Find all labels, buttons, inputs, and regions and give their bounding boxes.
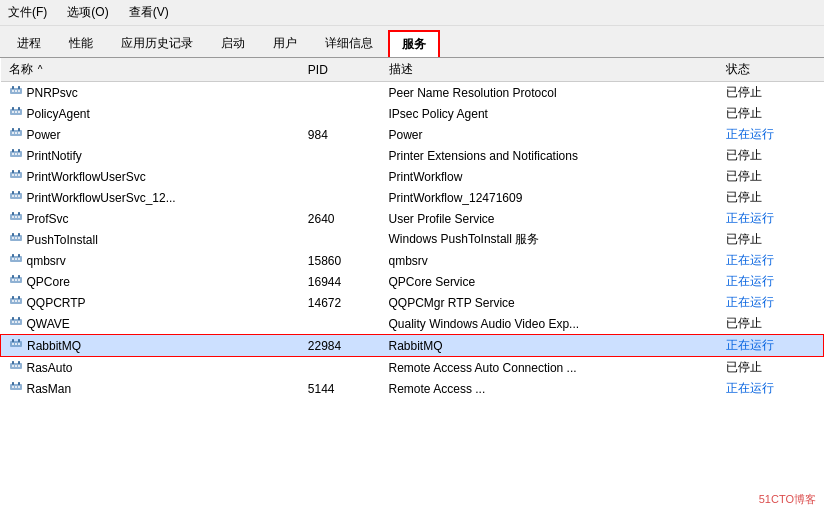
svg-point-63 — [12, 300, 14, 302]
svg-rect-73 — [12, 339, 14, 342]
cell-status: 已停止 — [718, 166, 823, 187]
cell-name: RasMan — [1, 378, 300, 399]
svg-rect-49 — [12, 254, 14, 257]
cell-desc: Windows PushToInstall 服务 — [381, 229, 719, 250]
svg-rect-25 — [12, 170, 14, 173]
svg-point-57 — [12, 279, 14, 281]
table-row[interactable]: PolicyAgent IPsec Policy Agent 已停止 — [1, 103, 824, 124]
svg-rect-67 — [12, 317, 14, 320]
svg-rect-74 — [18, 339, 20, 342]
svg-point-17 — [18, 132, 20, 134]
services-table: 名称 ^ PID 描述 状态 PNRPsvc — [0, 58, 824, 399]
cell-desc: RabbitMQ — [381, 335, 719, 357]
svg-rect-55 — [12, 275, 14, 278]
cell-pid: 15860 — [300, 250, 381, 271]
svg-point-82 — [15, 365, 17, 367]
table-row[interactable]: ProfSvc 2640 User Profile Service 正在运行 — [1, 208, 824, 229]
svg-point-64 — [15, 300, 17, 302]
table-row[interactable]: PrintNotify Printer Extensions and Notif… — [1, 145, 824, 166]
svg-rect-38 — [18, 212, 20, 215]
svg-point-39 — [12, 216, 14, 218]
col-status[interactable]: 状态 — [718, 58, 823, 82]
cell-status: 正在运行 — [718, 378, 823, 399]
col-pid[interactable]: PID — [300, 58, 381, 82]
table-row[interactable]: RasAuto Remote Access Auto Connection ..… — [1, 357, 824, 379]
svg-point-81 — [12, 365, 14, 367]
tab-services[interactable]: 服务 — [388, 30, 440, 57]
svg-point-46 — [15, 237, 17, 239]
svg-point-27 — [12, 174, 14, 176]
cell-desc: Peer Name Resolution Protocol — [381, 82, 719, 104]
menu-view[interactable]: 查看(V) — [125, 2, 173, 23]
cell-name: PrintWorkflowUserSvc — [1, 166, 300, 187]
cell-name: PushToInstall — [1, 229, 300, 250]
svg-rect-32 — [18, 191, 20, 194]
svg-rect-80 — [18, 361, 20, 364]
tab-details[interactable]: 详细信息 — [312, 30, 386, 57]
svg-rect-1 — [12, 86, 14, 89]
col-name[interactable]: 名称 ^ — [1, 58, 300, 82]
tab-app-history[interactable]: 应用历史记录 — [108, 30, 206, 57]
menu-file[interactable]: 文件(F) — [4, 2, 51, 23]
table-row[interactable]: RabbitMQ 22984 RabbitMQ 正在运行 — [1, 335, 824, 357]
table-row[interactable]: PrintWorkflowUserSvc_12... PrintWorkflow… — [1, 187, 824, 208]
table-row[interactable]: PrintWorkflowUserSvc PrintWorkflow 已停止 — [1, 166, 824, 187]
table-row[interactable]: RasMan 5144 Remote Access ... 正在运行 — [1, 378, 824, 399]
service-icon — [9, 126, 23, 143]
cell-status: 已停止 — [718, 103, 823, 124]
svg-rect-44 — [18, 233, 20, 236]
svg-point-33 — [12, 195, 14, 197]
svg-point-88 — [15, 386, 17, 388]
services-table-container[interactable]: 名称 ^ PID 描述 状态 PNRPsvc — [0, 58, 824, 515]
table-row[interactable]: QWAVE Quality Windows Audio Video Exp...… — [1, 313, 824, 335]
table-row[interactable]: qmbsrv 15860 qmbsrv 正在运行 — [1, 250, 824, 271]
cell-status: 正在运行 — [718, 250, 823, 271]
cell-desc: qmbsrv — [381, 250, 719, 271]
cell-desc: Printer Extensions and Notifications — [381, 145, 719, 166]
cell-pid — [300, 82, 381, 104]
svg-rect-26 — [18, 170, 20, 173]
cell-pid — [300, 357, 381, 379]
svg-rect-7 — [12, 107, 14, 110]
svg-point-76 — [15, 343, 17, 345]
svg-rect-62 — [18, 296, 20, 299]
svg-point-15 — [12, 132, 14, 134]
tab-process[interactable]: 进程 — [4, 30, 54, 57]
service-icon — [9, 147, 23, 164]
table-row[interactable]: PNRPsvc Peer Name Resolution Protocol 已停… — [1, 82, 824, 104]
cell-name: QPCore — [1, 271, 300, 292]
svg-rect-85 — [12, 382, 14, 385]
svg-rect-56 — [18, 275, 20, 278]
tab-performance[interactable]: 性能 — [56, 30, 106, 57]
table-row[interactable]: QQPCRTP 14672 QQPCMgr RTP Service 正在运行 — [1, 292, 824, 313]
cell-status: 已停止 — [718, 187, 823, 208]
watermark: 51CTO博客 — [759, 492, 816, 507]
svg-point-51 — [12, 258, 14, 260]
svg-point-89 — [18, 386, 20, 388]
cell-name: PrintWorkflowUserSvc_12... — [1, 187, 300, 208]
svg-point-58 — [15, 279, 17, 281]
svg-rect-86 — [18, 382, 20, 385]
svg-point-83 — [18, 365, 20, 367]
tab-users[interactable]: 用户 — [260, 30, 310, 57]
table-body: PNRPsvc Peer Name Resolution Protocol 已停… — [1, 82, 824, 400]
cell-name: Power — [1, 124, 300, 145]
service-icon — [9, 359, 23, 376]
col-desc[interactable]: 描述 — [381, 58, 719, 82]
svg-point-45 — [12, 237, 14, 239]
table-row[interactable]: QPCore 16944 QPCore Service 正在运行 — [1, 271, 824, 292]
svg-rect-2 — [18, 86, 20, 89]
service-icon — [9, 294, 23, 311]
table-row[interactable]: Power 984 Power 正在运行 — [1, 124, 824, 145]
svg-point-69 — [12, 321, 14, 323]
service-icon — [9, 380, 23, 397]
tab-startup[interactable]: 启动 — [208, 30, 258, 57]
menu-options[interactable]: 选项(O) — [63, 2, 112, 23]
cell-status: 已停止 — [718, 357, 823, 379]
svg-rect-8 — [18, 107, 20, 110]
service-icon — [9, 273, 23, 290]
svg-rect-13 — [12, 128, 14, 131]
cell-name: qmbsrv — [1, 250, 300, 271]
table-row[interactable]: PushToInstall Windows PushToInstall 服务 已… — [1, 229, 824, 250]
svg-point-71 — [18, 321, 20, 323]
